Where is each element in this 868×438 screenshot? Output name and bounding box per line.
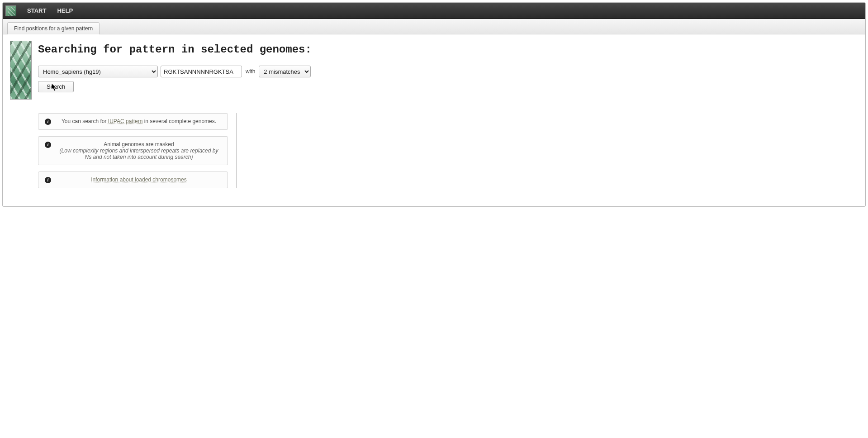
menu-help[interactable]: HELP	[52, 3, 78, 19]
chromosome-info-link[interactable]: Information about loaded chromosomes	[91, 176, 186, 183]
tabstrip: Find positions for a given pattern	[3, 19, 865, 34]
tab-find-positions[interactable]: Find positions for a given pattern	[7, 22, 100, 34]
info-subtext: (Low complexity regions and interspersed…	[57, 148, 221, 160]
search-button-row: Search	[38, 77, 858, 92]
app-logo-icon	[5, 5, 16, 16]
info-box-iupac: i You can search for IUPAC pattern in se…	[38, 113, 228, 130]
dna-helix-image	[10, 41, 32, 100]
with-label: with	[245, 68, 256, 75]
info-box-chromosomes: i Information about loaded chromosomes	[38, 171, 228, 188]
info-body: You can search for IUPAC pattern in seve…	[57, 118, 221, 124]
main-panel: Searching for pattern in selected genome…	[38, 41, 858, 188]
info-block: i You can search for IUPAC pattern in se…	[38, 113, 858, 188]
info-icon: i	[45, 142, 51, 148]
info-icon: i	[45, 119, 51, 125]
pattern-input[interactable]	[161, 66, 242, 77]
content-area: Searching for pattern in selected genome…	[3, 34, 865, 206]
app-frame: START HELP Find positions for a given pa…	[2, 2, 866, 207]
info-body: Information about loaded chromosomes	[57, 176, 221, 183]
genome-select[interactable]: Homo_sapiens (hg19)	[38, 66, 158, 77]
menu-start[interactable]: START	[22, 3, 52, 19]
vertical-divider	[236, 113, 237, 188]
menubar: START HELP	[3, 3, 865, 19]
info-box-masked: i Animal genomes are masked (Low complex…	[38, 136, 228, 165]
mismatch-select[interactable]: 2 mismatches	[259, 66, 311, 77]
page-title: Searching for pattern in selected genome…	[38, 43, 858, 56]
info-text: You can search for	[62, 118, 108, 124]
info-body: Animal genomes are masked (Low complexit…	[57, 141, 221, 160]
info-icon: i	[45, 177, 51, 183]
info-text: Animal genomes are masked	[57, 141, 221, 148]
iupac-pattern-link[interactable]: IUPAC pattern	[108, 118, 142, 124]
search-button[interactable]: Search	[38, 81, 74, 92]
dna-helix-icon	[10, 41, 31, 99]
info-column: i You can search for IUPAC pattern in se…	[38, 113, 228, 188]
search-form: Homo_sapiens (hg19) with 2 mismatches	[38, 66, 858, 77]
info-text: in several complete genomes.	[142, 118, 216, 124]
